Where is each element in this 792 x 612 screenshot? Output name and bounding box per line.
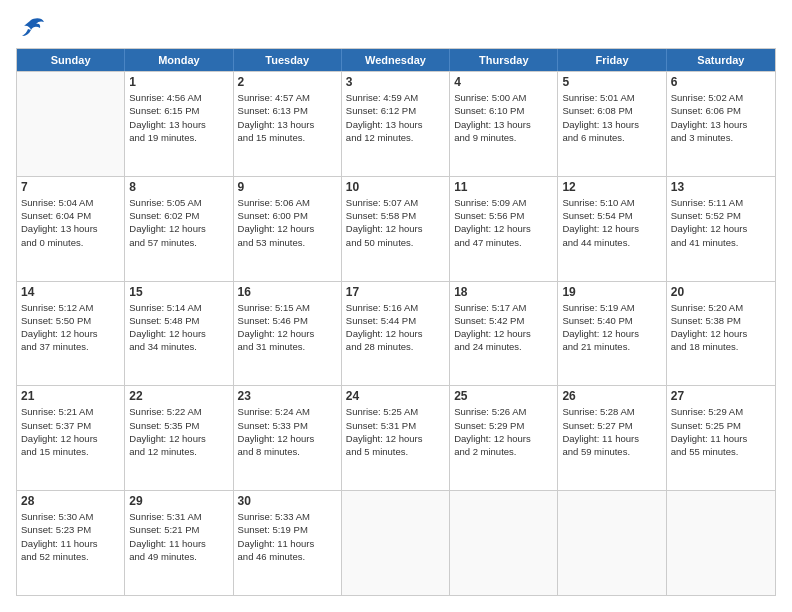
calendar-day-empty: [450, 491, 558, 595]
day-number: 1: [129, 75, 228, 89]
day-number: 7: [21, 180, 120, 194]
calendar-day-7: 7Sunrise: 5:04 AM Sunset: 6:04 PM Daylig…: [17, 177, 125, 281]
day-number: 19: [562, 285, 661, 299]
calendar-day-10: 10Sunrise: 5:07 AM Sunset: 5:58 PM Dayli…: [342, 177, 450, 281]
calendar-day-5: 5Sunrise: 5:01 AM Sunset: 6:08 PM Daylig…: [558, 72, 666, 176]
day-info: Sunrise: 5:09 AM Sunset: 5:56 PM Dayligh…: [454, 196, 553, 249]
day-number: 11: [454, 180, 553, 194]
day-number: 22: [129, 389, 228, 403]
header-day-wednesday: Wednesday: [342, 49, 450, 71]
header-day-thursday: Thursday: [450, 49, 558, 71]
calendar-day-empty: [17, 72, 125, 176]
day-number: 23: [238, 389, 337, 403]
calendar-week-5: 28Sunrise: 5:30 AM Sunset: 5:23 PM Dayli…: [17, 490, 775, 595]
day-number: 16: [238, 285, 337, 299]
calendar-day-22: 22Sunrise: 5:22 AM Sunset: 5:35 PM Dayli…: [125, 386, 233, 490]
calendar-day-17: 17Sunrise: 5:16 AM Sunset: 5:44 PM Dayli…: [342, 282, 450, 386]
day-number: 15: [129, 285, 228, 299]
day-number: 24: [346, 389, 445, 403]
day-number: 25: [454, 389, 553, 403]
calendar-header: SundayMondayTuesdayWednesdayThursdayFrid…: [17, 49, 775, 71]
calendar-day-1: 1Sunrise: 4:56 AM Sunset: 6:15 PM Daylig…: [125, 72, 233, 176]
logo-icon: [16, 16, 46, 40]
calendar-day-empty: [667, 491, 775, 595]
day-info: Sunrise: 4:57 AM Sunset: 6:13 PM Dayligh…: [238, 91, 337, 144]
day-number: 12: [562, 180, 661, 194]
calendar-day-28: 28Sunrise: 5:30 AM Sunset: 5:23 PM Dayli…: [17, 491, 125, 595]
day-info: Sunrise: 5:29 AM Sunset: 5:25 PM Dayligh…: [671, 405, 771, 458]
calendar-day-15: 15Sunrise: 5:14 AM Sunset: 5:48 PM Dayli…: [125, 282, 233, 386]
day-number: 28: [21, 494, 120, 508]
day-number: 27: [671, 389, 771, 403]
calendar-day-19: 19Sunrise: 5:19 AM Sunset: 5:40 PM Dayli…: [558, 282, 666, 386]
calendar-day-8: 8Sunrise: 5:05 AM Sunset: 6:02 PM Daylig…: [125, 177, 233, 281]
header: [16, 16, 776, 40]
calendar-day-9: 9Sunrise: 5:06 AM Sunset: 6:00 PM Daylig…: [234, 177, 342, 281]
day-info: Sunrise: 4:59 AM Sunset: 6:12 PM Dayligh…: [346, 91, 445, 144]
day-info: Sunrise: 5:14 AM Sunset: 5:48 PM Dayligh…: [129, 301, 228, 354]
day-info: Sunrise: 5:00 AM Sunset: 6:10 PM Dayligh…: [454, 91, 553, 144]
day-number: 4: [454, 75, 553, 89]
day-info: Sunrise: 5:15 AM Sunset: 5:46 PM Dayligh…: [238, 301, 337, 354]
day-info: Sunrise: 5:30 AM Sunset: 5:23 PM Dayligh…: [21, 510, 120, 563]
day-number: 20: [671, 285, 771, 299]
day-info: Sunrise: 5:06 AM Sunset: 6:00 PM Dayligh…: [238, 196, 337, 249]
calendar-day-27: 27Sunrise: 5:29 AM Sunset: 5:25 PM Dayli…: [667, 386, 775, 490]
day-info: Sunrise: 5:04 AM Sunset: 6:04 PM Dayligh…: [21, 196, 120, 249]
calendar-day-6: 6Sunrise: 5:02 AM Sunset: 6:06 PM Daylig…: [667, 72, 775, 176]
calendar-day-18: 18Sunrise: 5:17 AM Sunset: 5:42 PM Dayli…: [450, 282, 558, 386]
day-info: Sunrise: 5:26 AM Sunset: 5:29 PM Dayligh…: [454, 405, 553, 458]
header-day-friday: Friday: [558, 49, 666, 71]
day-number: 5: [562, 75, 661, 89]
logo: [16, 16, 50, 40]
calendar-day-25: 25Sunrise: 5:26 AM Sunset: 5:29 PM Dayli…: [450, 386, 558, 490]
day-number: 30: [238, 494, 337, 508]
calendar-day-11: 11Sunrise: 5:09 AM Sunset: 5:56 PM Dayli…: [450, 177, 558, 281]
day-info: Sunrise: 5:21 AM Sunset: 5:37 PM Dayligh…: [21, 405, 120, 458]
day-info: Sunrise: 5:28 AM Sunset: 5:27 PM Dayligh…: [562, 405, 661, 458]
day-number: 18: [454, 285, 553, 299]
calendar-week-3: 14Sunrise: 5:12 AM Sunset: 5:50 PM Dayli…: [17, 281, 775, 386]
day-info: Sunrise: 5:22 AM Sunset: 5:35 PM Dayligh…: [129, 405, 228, 458]
day-info: Sunrise: 5:01 AM Sunset: 6:08 PM Dayligh…: [562, 91, 661, 144]
calendar-day-3: 3Sunrise: 4:59 AM Sunset: 6:12 PM Daylig…: [342, 72, 450, 176]
day-number: 3: [346, 75, 445, 89]
day-number: 6: [671, 75, 771, 89]
header-day-monday: Monday: [125, 49, 233, 71]
day-info: Sunrise: 5:24 AM Sunset: 5:33 PM Dayligh…: [238, 405, 337, 458]
day-info: Sunrise: 5:19 AM Sunset: 5:40 PM Dayligh…: [562, 301, 661, 354]
calendar-day-12: 12Sunrise: 5:10 AM Sunset: 5:54 PM Dayli…: [558, 177, 666, 281]
calendar-day-13: 13Sunrise: 5:11 AM Sunset: 5:52 PM Dayli…: [667, 177, 775, 281]
calendar-day-14: 14Sunrise: 5:12 AM Sunset: 5:50 PM Dayli…: [17, 282, 125, 386]
day-info: Sunrise: 5:02 AM Sunset: 6:06 PM Dayligh…: [671, 91, 771, 144]
day-info: Sunrise: 5:25 AM Sunset: 5:31 PM Dayligh…: [346, 405, 445, 458]
day-number: 29: [129, 494, 228, 508]
day-info: Sunrise: 5:05 AM Sunset: 6:02 PM Dayligh…: [129, 196, 228, 249]
day-number: 21: [21, 389, 120, 403]
calendar-day-30: 30Sunrise: 5:33 AM Sunset: 5:19 PM Dayli…: [234, 491, 342, 595]
day-info: Sunrise: 5:33 AM Sunset: 5:19 PM Dayligh…: [238, 510, 337, 563]
header-day-sunday: Sunday: [17, 49, 125, 71]
day-number: 9: [238, 180, 337, 194]
day-info: Sunrise: 5:10 AM Sunset: 5:54 PM Dayligh…: [562, 196, 661, 249]
calendar-day-29: 29Sunrise: 5:31 AM Sunset: 5:21 PM Dayli…: [125, 491, 233, 595]
calendar-week-4: 21Sunrise: 5:21 AM Sunset: 5:37 PM Dayli…: [17, 385, 775, 490]
day-number: 2: [238, 75, 337, 89]
header-day-saturday: Saturday: [667, 49, 775, 71]
calendar-day-20: 20Sunrise: 5:20 AM Sunset: 5:38 PM Dayli…: [667, 282, 775, 386]
day-info: Sunrise: 5:07 AM Sunset: 5:58 PM Dayligh…: [346, 196, 445, 249]
calendar-day-4: 4Sunrise: 5:00 AM Sunset: 6:10 PM Daylig…: [450, 72, 558, 176]
page: SundayMondayTuesdayWednesdayThursdayFrid…: [0, 0, 792, 612]
day-info: Sunrise: 5:16 AM Sunset: 5:44 PM Dayligh…: [346, 301, 445, 354]
day-number: 13: [671, 180, 771, 194]
day-number: 14: [21, 285, 120, 299]
calendar-day-21: 21Sunrise: 5:21 AM Sunset: 5:37 PM Dayli…: [17, 386, 125, 490]
day-number: 17: [346, 285, 445, 299]
calendar-day-26: 26Sunrise: 5:28 AM Sunset: 5:27 PM Dayli…: [558, 386, 666, 490]
day-number: 8: [129, 180, 228, 194]
day-info: Sunrise: 5:20 AM Sunset: 5:38 PM Dayligh…: [671, 301, 771, 354]
calendar-day-23: 23Sunrise: 5:24 AM Sunset: 5:33 PM Dayli…: [234, 386, 342, 490]
day-info: Sunrise: 5:17 AM Sunset: 5:42 PM Dayligh…: [454, 301, 553, 354]
day-number: 26: [562, 389, 661, 403]
calendar-day-24: 24Sunrise: 5:25 AM Sunset: 5:31 PM Dayli…: [342, 386, 450, 490]
